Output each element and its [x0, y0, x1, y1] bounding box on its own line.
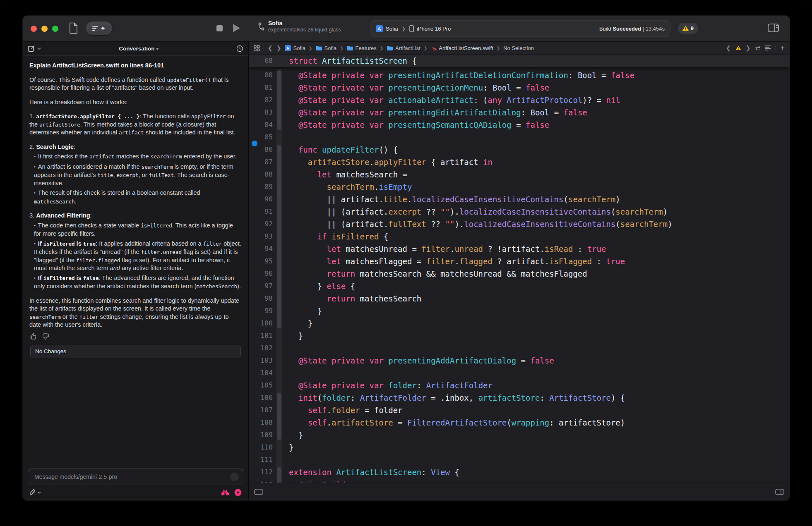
line-number[interactable]: 106: [249, 392, 276, 404]
conversation-menu[interactable]: Conversation▾: [41, 45, 236, 52]
fold-ribbon[interactable]: [276, 280, 282, 292]
line-number[interactable]: 96: [249, 268, 276, 280]
inspector-toggle-icon[interactable]: [768, 24, 779, 32]
line-number[interactable]: 93: [249, 230, 276, 243]
fold-ribbon[interactable]: [276, 206, 282, 218]
explore-button[interactable]: [221, 489, 229, 496]
new-file-icon[interactable]: [69, 22, 78, 34]
fold-ribbon[interactable]: [276, 404, 282, 416]
code-line[interactable]: 83 @State private var presentingEditArti…: [249, 106, 790, 119]
fold-ribbon[interactable]: [276, 230, 282, 243]
code-line[interactable]: 88 let matchesSearch =: [249, 168, 790, 181]
breadcrumb-item[interactable]: Sofia: [285, 45, 305, 51]
go-forward-button[interactable]: ❯: [276, 45, 281, 51]
fold-ribbon[interactable]: [276, 255, 282, 268]
code-line[interactable]: 92 || (artifact.fullText ?? "").localize…: [249, 218, 790, 230]
code-line[interactable]: 111: [249, 454, 790, 466]
line-number[interactable]: 94: [249, 243, 276, 255]
code-line[interactable]: 95 let matchesFlagged = filter.flagged ?…: [249, 255, 790, 268]
fold-ribbon[interactable]: [276, 94, 282, 106]
new-conversation-button[interactable]: [28, 45, 41, 53]
code-line[interactable]: 89 searchTerm.isEmpty: [249, 181, 790, 193]
line-number[interactable]: 100: [249, 317, 276, 330]
fold-ribbon[interactable]: [276, 55, 282, 67]
code-line[interactable]: 108 self.artifactStore = FilteredArtifac…: [249, 416, 790, 429]
attach-button[interactable]: [29, 489, 41, 496]
line-number[interactable]: 89: [249, 181, 276, 193]
fold-ribbon[interactable]: [276, 143, 282, 156]
fold-ribbon[interactable]: [276, 168, 282, 181]
coding-assistant-button[interactable]: ✦: [86, 22, 112, 35]
fold-ribbon[interactable]: [276, 342, 282, 354]
line-number[interactable]: 68: [249, 55, 276, 67]
fold-ribbon[interactable]: [276, 131, 282, 143]
breadcrumb-item[interactable]: ArtifactList: [387, 45, 420, 51]
activity-bar[interactable]: Sofia ❯ iPhone 16 Pro Build Succeeded | …: [370, 20, 670, 37]
line-number[interactable]: 99: [249, 305, 276, 317]
code-line[interactable]: 105 @State private var folder: ArtifactF…: [249, 379, 790, 392]
code-line[interactable]: 87 artifactStore.applyFilter { artifact …: [249, 156, 790, 168]
line-number[interactable]: 81: [249, 81, 276, 94]
line-number[interactable]: 101: [249, 330, 276, 342]
fold-ribbon[interactable]: [276, 392, 282, 404]
code-review-button[interactable]: ⇄: [755, 44, 760, 52]
line-number[interactable]: 91: [249, 206, 276, 218]
breadcrumb-item[interactable]: ArtifactListScreen.swift: [430, 45, 493, 51]
line-number[interactable]: 97: [249, 280, 276, 292]
minimize-window-button[interactable]: [41, 26, 48, 32]
scheme-selector[interactable]: Sofia experimental/ios-26-liquid-glass: [258, 20, 341, 34]
line-number[interactable]: 102: [249, 342, 276, 354]
line-number[interactable]: 88: [249, 168, 276, 181]
line-number[interactable]: 113: [249, 478, 276, 483]
warning-badge[interactable]: 9: [678, 23, 698, 34]
code-line[interactable]: 113 @ViewBuilder: [249, 478, 790, 483]
code-line[interactable]: 109 }: [249, 429, 790, 441]
code-line[interactable]: 110}: [249, 441, 790, 454]
line-number[interactable]: 109: [249, 429, 276, 441]
breadcrumb-item[interactable]: No Selection: [503, 45, 534, 51]
no-changes-disclosure[interactable]: No Changes: [30, 345, 241, 358]
fold-ribbon[interactable]: [276, 181, 282, 193]
code-line[interactable]: 94 let matchesUnread = filter.unread ? !…: [249, 243, 790, 255]
fold-ribbon[interactable]: [276, 69, 282, 81]
thumbs-down-button[interactable]: [42, 333, 49, 340]
fold-ribbon[interactable]: [276, 317, 282, 330]
fold-ribbon[interactable]: [276, 156, 282, 168]
code-line[interactable]: 100 }: [249, 317, 790, 330]
history-button[interactable]: [236, 45, 243, 52]
next-issue-button[interactable]: ❯: [746, 45, 751, 51]
editor-options-button[interactable]: [775, 489, 784, 495]
previous-issue-button[interactable]: ❮: [726, 45, 731, 51]
code-line[interactable]: 107 self.folder = folder: [249, 404, 790, 416]
line-number[interactable]: 112: [249, 466, 276, 478]
line-number[interactable]: 110: [249, 441, 276, 454]
code-line[interactable]: 106 init(folder: ArtifactFolder = .inbox…: [249, 392, 790, 404]
line-number[interactable]: 111: [249, 454, 276, 466]
code-line[interactable]: 98 return matchesSearch: [249, 292, 790, 305]
code-line[interactable]: 101 }: [249, 330, 790, 342]
line-number[interactable]: 83: [249, 106, 276, 119]
run-button[interactable]: [233, 24, 240, 32]
code-line[interactable]: 85: [249, 131, 790, 143]
line-number[interactable]: 104: [249, 367, 276, 379]
code-line[interactable]: 82 @State private var actionableArtifact…: [249, 94, 790, 106]
code-line[interactable]: 104: [249, 367, 790, 379]
code-line[interactable]: 90 || artifact.title.localizedCaseInsens…: [249, 193, 790, 206]
zoom-window-button[interactable]: [52, 26, 58, 32]
fold-ribbon[interactable]: [276, 81, 282, 94]
breadcrumb-item[interactable]: Features: [347, 45, 377, 51]
fold-ribbon[interactable]: [276, 330, 282, 342]
selection-marker-dot[interactable]: [252, 141, 257, 146]
line-number[interactable]: 98: [249, 292, 276, 305]
code-line[interactable]: 93 if isFiltered {: [249, 230, 790, 243]
go-back-button[interactable]: ❮: [268, 45, 273, 51]
line-number[interactable]: 95: [249, 255, 276, 268]
code-line[interactable]: 80 @State private var presentingArtifact…: [249, 69, 790, 81]
stop-button[interactable]: [216, 25, 223, 31]
thumbs-up-button[interactable]: [29, 333, 36, 340]
fold-ribbon[interactable]: [276, 454, 282, 466]
line-number[interactable]: 107: [249, 404, 276, 416]
code-area[interactable]: 80 @State private var presentingArtifact…: [249, 67, 790, 483]
add-editor-button[interactable]: +: [781, 44, 785, 52]
code-line[interactable]: 81 @State private var presentingActionMe…: [249, 81, 790, 94]
